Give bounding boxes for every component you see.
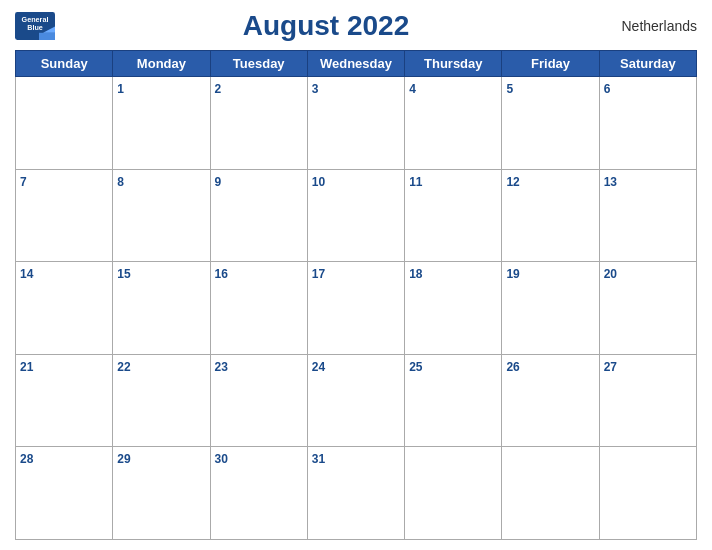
day-empty <box>599 447 696 540</box>
day-cell: 6 <box>599 77 696 170</box>
day-cell: 5 <box>502 77 599 170</box>
week-row-2: 7 8 9 10 11 12 13 <box>16 169 697 262</box>
day-cell: 24 <box>307 354 404 447</box>
day-cell: 16 <box>210 262 307 355</box>
header-saturday: Saturday <box>599 51 696 77</box>
header-tuesday: Tuesday <box>210 51 307 77</box>
day-cell: 22 <box>113 354 210 447</box>
day-cell: 10 <box>307 169 404 262</box>
day-cell: 2 <box>210 77 307 170</box>
header-thursday: Thursday <box>405 51 502 77</box>
day-cell: 21 <box>16 354 113 447</box>
header-monday: Monday <box>113 51 210 77</box>
svg-text:Blue: Blue <box>27 23 43 32</box>
country-label: Netherlands <box>597 18 697 34</box>
day-empty <box>405 447 502 540</box>
day-cell: 3 <box>307 77 404 170</box>
day-cell: 30 <box>210 447 307 540</box>
day-cell: 20 <box>599 262 696 355</box>
day-cell: 14 <box>16 262 113 355</box>
day-cell: 23 <box>210 354 307 447</box>
day-cell: 29 <box>113 447 210 540</box>
header-friday: Friday <box>502 51 599 77</box>
week-row-4: 21 22 23 24 25 26 27 <box>16 354 697 447</box>
day-cell: 4 <box>405 77 502 170</box>
day-cell: 18 <box>405 262 502 355</box>
day-cell: 9 <box>210 169 307 262</box>
day-cell: 11 <box>405 169 502 262</box>
day-cell: 28 <box>16 447 113 540</box>
days-header-row: Sunday Monday Tuesday Wednesday Thursday… <box>16 51 697 77</box>
day-cell: 27 <box>599 354 696 447</box>
calendar-header: General Blue August 2022 Netherlands <box>15 10 697 42</box>
calendar-title: August 2022 <box>55 10 597 42</box>
day-cell: 1 <box>113 77 210 170</box>
calendar-table: Sunday Monday Tuesday Wednesday Thursday… <box>15 50 697 540</box>
header-wednesday: Wednesday <box>307 51 404 77</box>
day-empty <box>502 447 599 540</box>
day-cell: 15 <box>113 262 210 355</box>
day-cell: 31 <box>307 447 404 540</box>
day-cell: 8 <box>113 169 210 262</box>
day-cell: 19 <box>502 262 599 355</box>
week-row-1: 1 2 3 4 5 6 <box>16 77 697 170</box>
week-row-5: 28 29 30 31 <box>16 447 697 540</box>
day-cell: 12 <box>502 169 599 262</box>
logo-icon: General Blue <box>15 12 55 40</box>
day-cell: 17 <box>307 262 404 355</box>
day-cell: 25 <box>405 354 502 447</box>
day-empty <box>16 77 113 170</box>
day-cell: 26 <box>502 354 599 447</box>
week-row-3: 14 15 16 17 18 19 20 <box>16 262 697 355</box>
day-cell: 7 <box>16 169 113 262</box>
header-sunday: Sunday <box>16 51 113 77</box>
logo: General Blue <box>15 12 55 40</box>
svg-marker-3 <box>39 33 55 40</box>
day-cell: 13 <box>599 169 696 262</box>
